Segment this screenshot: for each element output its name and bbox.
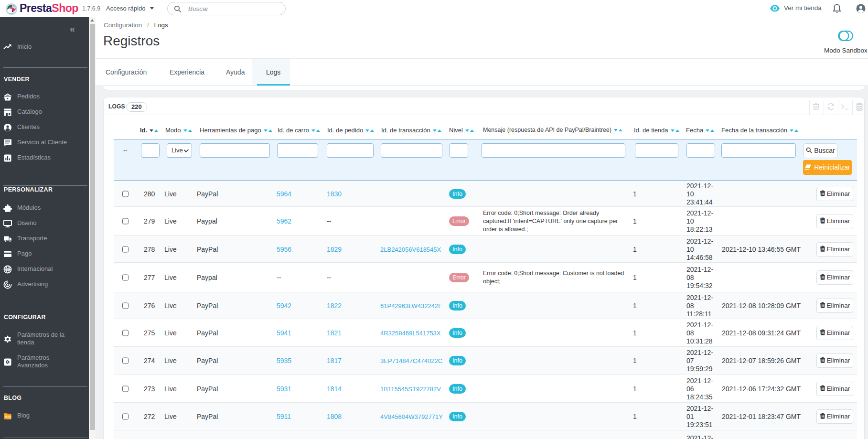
svg-text:BLOG: BLOG bbox=[5, 416, 11, 418]
